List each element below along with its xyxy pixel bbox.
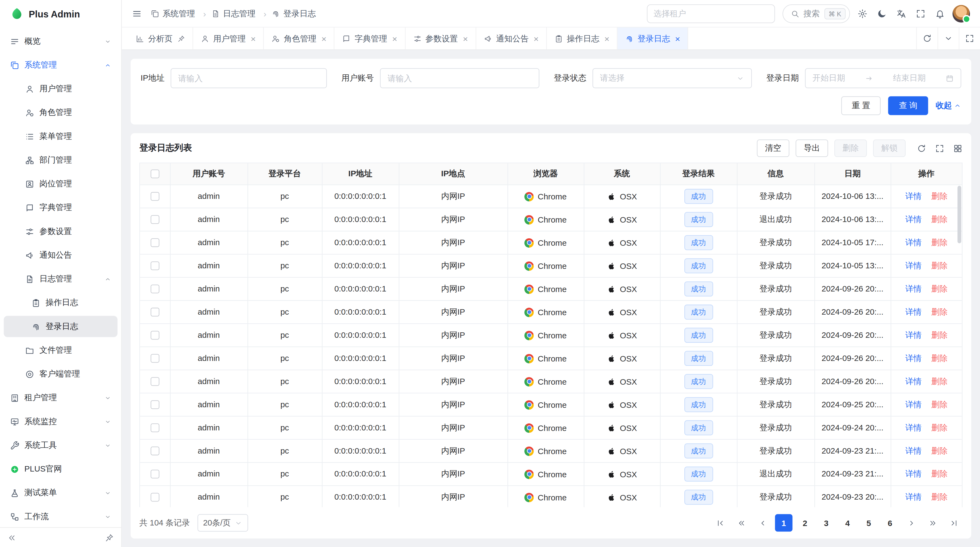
breadcrumb-item[interactable]: 系统管理	[151, 8, 211, 19]
detail-link[interactable]: 详情	[905, 399, 921, 408]
sidebar-item[interactable]: 操作日志	[4, 292, 118, 313]
table-toolbar-icon-button[interactable]	[917, 144, 926, 153]
header-action-button[interactable]	[915, 8, 926, 19]
sidebar-item[interactable]: 日志管理	[4, 268, 118, 290]
row-checkbox[interactable]	[151, 469, 159, 478]
table-toolbar-icon-button[interactable]	[935, 144, 944, 153]
header-action-button[interactable]	[896, 8, 906, 19]
sidebar-item[interactable]: 参数设置	[4, 221, 118, 242]
sidebar-item[interactable]: 系统监控	[4, 411, 118, 432]
status-select[interactable]: 请选择	[593, 68, 752, 88]
export-button[interactable]: 导出	[796, 139, 828, 157]
tab-close-icon[interactable]	[392, 34, 397, 43]
tab-close-icon[interactable]	[251, 34, 256, 43]
pagination-page-button[interactable]: 4	[839, 514, 856, 531]
sidebar-item[interactable]: 测试菜单	[4, 482, 118, 503]
row-checkbox[interactable]	[151, 330, 159, 339]
header-action-button[interactable]	[935, 8, 945, 19]
sidebar-item[interactable]: 菜单管理	[4, 126, 118, 147]
sidebar-item[interactable]: 文件管理	[4, 340, 118, 361]
detail-link[interactable]: 详情	[905, 191, 921, 200]
delete-link[interactable]: 删除	[931, 330, 948, 339]
sidebar-collapse-button[interactable]	[8, 533, 16, 542]
tab-pin-icon[interactable]	[178, 35, 185, 42]
select-all-checkbox[interactable]	[151, 169, 159, 178]
delete-link[interactable]: 删除	[931, 237, 948, 247]
row-checkbox[interactable]	[151, 284, 159, 293]
tab-close-icon[interactable]	[533, 34, 539, 43]
sidebar-item[interactable]: PLUS官网	[4, 458, 118, 480]
row-checkbox[interactable]	[151, 423, 159, 432]
header-action-button[interactable]	[858, 8, 867, 19]
pagination-page-button[interactable]: 3	[818, 514, 835, 531]
delete-link[interactable]: 删除	[931, 191, 948, 200]
delete-link[interactable]: 删除	[931, 492, 948, 501]
delete-link[interactable]: 删除	[931, 307, 948, 316]
row-checkbox[interactable]	[151, 238, 159, 247]
detail-link[interactable]: 详情	[905, 423, 921, 432]
tab[interactable]: 参数设置	[405, 27, 476, 49]
sidebar-item[interactable]: 客户端管理	[4, 364, 118, 384]
sidebar-item[interactable]: 部门管理	[4, 150, 118, 171]
query-button[interactable]: 查 询	[888, 96, 928, 115]
row-checkbox[interactable]	[151, 261, 159, 270]
account-input[interactable]	[388, 73, 532, 83]
pagination-nav-button[interactable]	[733, 514, 750, 531]
sidebar-item[interactable]: 系统工具	[4, 435, 118, 456]
detail-link[interactable]: 详情	[905, 446, 921, 455]
delete-link[interactable]: 删除	[931, 260, 948, 270]
sidebar-item[interactable]: 工作流	[4, 506, 118, 527]
row-checkbox[interactable]	[151, 354, 159, 362]
delete-link[interactable]: 删除	[931, 399, 948, 408]
row-checkbox[interactable]	[151, 307, 159, 316]
tenant-input[interactable]	[654, 9, 768, 18]
detail-link[interactable]: 详情	[905, 284, 921, 293]
detail-link[interactable]: 详情	[905, 330, 921, 339]
detail-link[interactable]: 详情	[905, 376, 921, 386]
tab-close-icon[interactable]	[605, 34, 609, 43]
breadcrumb-item[interactable]: 日志管理	[211, 8, 271, 19]
row-checkbox[interactable]	[151, 400, 159, 408]
global-search[interactable]: 搜索 ⌘ K	[782, 4, 850, 23]
app-logo[interactable]: Plus Admin	[0, 0, 121, 27]
ip-input[interactable]	[178, 73, 320, 83]
tab[interactable]: 角色管理	[264, 27, 334, 49]
collapse-filters-link[interactable]: 收起	[935, 100, 961, 111]
unlock-button[interactable]: 解锁	[873, 139, 905, 157]
tab-close-icon[interactable]	[675, 34, 680, 43]
breadcrumb-item[interactable]: 登录日志	[271, 8, 316, 19]
clear-button[interactable]: 清空	[757, 139, 789, 157]
delete-link[interactable]: 删除	[931, 284, 948, 293]
pagination-nav-button[interactable]	[902, 514, 920, 531]
delete-link[interactable]: 删除	[931, 376, 948, 386]
ip-input-box[interactable]	[171, 68, 327, 88]
row-checkbox[interactable]	[151, 192, 159, 201]
detail-link[interactable]: 详情	[905, 260, 921, 270]
delete-link[interactable]: 删除	[931, 469, 948, 478]
page-size-select[interactable]: 20条/页	[197, 514, 248, 531]
tab[interactable]: 登录日志	[618, 27, 689, 49]
detail-link[interactable]: 详情	[905, 353, 921, 362]
sidebar-item[interactable]: 租户管理	[4, 387, 118, 408]
tab[interactable]: 通知公告	[476, 27, 547, 49]
sidebar-item[interactable]: 岗位管理	[4, 173, 118, 195]
delete-link[interactable]: 删除	[931, 446, 948, 455]
pagination-page-button[interactable]: 6	[881, 514, 899, 531]
tab[interactable]: 用户管理	[193, 27, 264, 49]
pagination-page-button[interactable]: 1	[775, 514, 792, 531]
tabbar-control-button[interactable]	[916, 27, 937, 49]
sidebar-pin-button[interactable]	[105, 533, 114, 542]
sidebar-item[interactable]: 登录日志	[4, 316, 118, 337]
tab-close-icon[interactable]	[463, 34, 468, 43]
detail-link[interactable]: 详情	[905, 214, 921, 223]
user-avatar[interactable]	[953, 5, 970, 22]
row-checkbox[interactable]	[151, 446, 159, 455]
tenant-select[interactable]	[646, 4, 775, 23]
tab-close-icon[interactable]	[321, 34, 327, 43]
delete-button[interactable]: 删除	[834, 139, 867, 157]
delete-link[interactable]: 删除	[931, 214, 948, 223]
account-input-box[interactable]	[380, 68, 539, 88]
pagination-nav-button[interactable]	[754, 514, 771, 531]
header-action-button[interactable]	[877, 8, 887, 19]
reset-button[interactable]: 重 置	[841, 96, 881, 115]
